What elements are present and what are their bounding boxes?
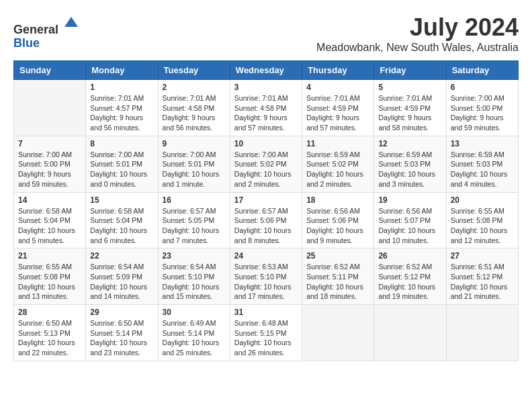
sunrise-text: Sunrise: 7:01 AM: [306, 93, 369, 103]
day-number: 22: [90, 251, 153, 261]
daylight-text: Daylight: 9 hours and 59 minutes.: [451, 113, 514, 132]
sunrise-text: Sunrise: 6:58 AM: [18, 206, 81, 216]
calendar-cell: 18Sunrise: 6:56 AMSunset: 5:06 PMDayligh…: [302, 192, 374, 248]
day-number: 23: [163, 251, 226, 261]
day-info: Sunrise: 7:01 AMSunset: 4:57 PMDaylight:…: [90, 93, 153, 133]
sunrise-text: Sunrise: 7:01 AM: [378, 93, 441, 103]
sunset-text: Sunset: 5:02 PM: [306, 159, 369, 169]
calendar-cell: [446, 305, 518, 361]
day-number: 20: [451, 195, 514, 205]
sunrise-text: Sunrise: 7:00 AM: [90, 150, 153, 160]
day-number: 19: [378, 195, 441, 205]
calendar-cell: 3Sunrise: 7:01 AMSunset: 4:58 PMDaylight…: [230, 80, 302, 136]
calendar-table: SundayMondayTuesdayWednesdayThursdayFrid…: [13, 60, 519, 361]
calendar-cell: 14Sunrise: 6:58 AMSunset: 5:04 PMDayligh…: [14, 192, 86, 248]
daylight-text: Daylight: 10 hours and 0 minutes.: [90, 169, 153, 189]
day-number: 8: [90, 139, 153, 148]
calendar-cell: 10Sunrise: 7:00 AMSunset: 5:02 PMDayligh…: [230, 136, 302, 192]
calendar-cell: [302, 305, 374, 361]
day-number: 11: [306, 139, 369, 148]
day-number: 29: [90, 308, 153, 317]
daylight-text: Daylight: 10 hours and 7 minutes.: [163, 226, 226, 245]
day-number: 28: [18, 308, 81, 317]
daylight-text: Daylight: 10 hours and 2 minutes.: [306, 169, 369, 189]
calendar-cell: 16Sunrise: 6:57 AMSunset: 5:05 PMDayligh…: [158, 192, 230, 248]
sunrise-text: Sunrise: 7:01 AM: [90, 93, 153, 103]
sunset-text: Sunset: 5:12 PM: [378, 272, 441, 282]
sunset-text: Sunset: 4:58 PM: [234, 103, 298, 113]
logo-general: General: [13, 23, 58, 36]
calendar-cell: 19Sunrise: 6:56 AMSunset: 5:07 PMDayligh…: [374, 192, 446, 248]
daylight-text: Daylight: 10 hours and 23 minutes.: [90, 338, 153, 357]
sunset-text: Sunset: 5:15 PM: [234, 328, 298, 338]
calendar-cell: 1Sunrise: 7:01 AMSunset: 4:57 PMDaylight…: [86, 80, 158, 136]
title-section: July 2024 Meadowbank, New South Wales, A…: [316, 13, 519, 54]
daylight-text: Daylight: 10 hours and 19 minutes.: [378, 282, 441, 302]
day-number: 17: [234, 195, 298, 205]
daylight-text: Daylight: 10 hours and 14 minutes.: [90, 282, 153, 302]
day-number: 13: [451, 139, 514, 148]
calendar-header-sunday: Sunday: [14, 61, 86, 80]
logo: General Blue: [13, 13, 81, 50]
sunrise-text: Sunrise: 6:53 AM: [234, 262, 298, 272]
calendar-cell: 5Sunrise: 7:01 AMSunset: 4:59 PMDaylight…: [374, 80, 446, 136]
daylight-text: Daylight: 9 hours and 57 minutes.: [234, 113, 298, 132]
calendar-cell: 9Sunrise: 7:00 AMSunset: 5:01 PMDaylight…: [158, 136, 230, 192]
day-info: Sunrise: 7:01 AMSunset: 4:59 PMDaylight:…: [378, 93, 441, 133]
daylight-text: Daylight: 10 hours and 22 minutes.: [18, 338, 81, 357]
daylight-text: Daylight: 10 hours and 5 minutes.: [18, 226, 81, 245]
day-number: 10: [234, 139, 298, 148]
sunrise-text: Sunrise: 7:01 AM: [163, 93, 226, 103]
day-info: Sunrise: 6:49 AMSunset: 5:14 PMDaylight:…: [163, 318, 226, 358]
sunrise-text: Sunrise: 6:54 AM: [163, 262, 226, 272]
sunrise-text: Sunrise: 6:59 AM: [378, 150, 441, 160]
sunrise-text: Sunrise: 6:56 AM: [378, 206, 441, 216]
calendar-cell: 30Sunrise: 6:49 AMSunset: 5:14 PMDayligh…: [158, 305, 230, 361]
sunrise-text: Sunrise: 6:55 AM: [451, 206, 514, 216]
day-number: 30: [163, 308, 226, 317]
location: Meadowbank, New South Wales, Australia: [316, 42, 519, 54]
calendar-cell: 24Sunrise: 6:53 AMSunset: 5:10 PMDayligh…: [230, 248, 302, 305]
day-number: 2: [163, 83, 226, 92]
day-info: Sunrise: 6:58 AMSunset: 5:04 PMDaylight:…: [90, 206, 153, 246]
sunset-text: Sunset: 5:01 PM: [90, 159, 153, 169]
sunset-text: Sunset: 5:03 PM: [451, 159, 514, 169]
day-info: Sunrise: 7:01 AMSunset: 4:58 PMDaylight:…: [234, 93, 298, 133]
sunrise-text: Sunrise: 7:00 AM: [451, 93, 514, 103]
calendar-header-thursday: Thursday: [302, 61, 374, 80]
sunset-text: Sunset: 5:06 PM: [234, 216, 298, 226]
daylight-text: Daylight: 10 hours and 21 minutes.: [451, 282, 514, 302]
sunrise-text: Sunrise: 6:59 AM: [306, 150, 369, 160]
calendar-cell: 20Sunrise: 6:55 AMSunset: 5:08 PMDayligh…: [446, 192, 518, 248]
svg-marker-0: [64, 17, 78, 27]
calendar-cell: 27Sunrise: 6:51 AMSunset: 5:12 PMDayligh…: [446, 248, 518, 305]
day-number: 3: [234, 83, 298, 92]
sunset-text: Sunset: 4:59 PM: [378, 103, 441, 113]
daylight-text: Daylight: 10 hours and 4 minutes.: [451, 169, 514, 189]
day-number: 5: [378, 83, 441, 92]
sunrise-text: Sunrise: 6:59 AM: [451, 150, 514, 160]
sunset-text: Sunset: 5:04 PM: [90, 216, 153, 226]
sunset-text: Sunset: 4:58 PM: [163, 103, 226, 113]
calendar-cell: 17Sunrise: 6:57 AMSunset: 5:06 PMDayligh…: [230, 192, 302, 248]
day-info: Sunrise: 7:00 AMSunset: 5:00 PMDaylight:…: [18, 150, 81, 189]
sunset-text: Sunset: 5:04 PM: [18, 216, 81, 226]
calendar-cell: 29Sunrise: 6:50 AMSunset: 5:14 PMDayligh…: [86, 305, 158, 361]
daylight-text: Daylight: 9 hours and 58 minutes.: [378, 113, 441, 132]
sunrise-text: Sunrise: 6:51 AM: [451, 262, 514, 272]
sunrise-text: Sunrise: 6:52 AM: [306, 262, 369, 272]
daylight-text: Daylight: 9 hours and 56 minutes.: [90, 113, 153, 132]
daylight-text: Daylight: 10 hours and 13 minutes.: [18, 282, 81, 302]
day-info: Sunrise: 7:00 AMSunset: 5:01 PMDaylight:…: [90, 150, 153, 189]
day-number: 18: [306, 195, 369, 205]
day-info: Sunrise: 6:56 AMSunset: 5:07 PMDaylight:…: [378, 206, 441, 246]
daylight-text: Daylight: 9 hours and 59 minutes.: [18, 169, 81, 189]
sunrise-text: Sunrise: 7:00 AM: [18, 150, 81, 160]
day-number: 7: [18, 139, 81, 148]
day-info: Sunrise: 6:48 AMSunset: 5:15 PMDaylight:…: [234, 318, 298, 358]
calendar-cell: 31Sunrise: 6:48 AMSunset: 5:15 PMDayligh…: [230, 305, 302, 361]
sunrise-text: Sunrise: 6:52 AM: [378, 262, 441, 272]
day-number: 16: [163, 195, 226, 205]
sunset-text: Sunset: 5:01 PM: [163, 159, 226, 169]
sunrise-text: Sunrise: 6:54 AM: [90, 262, 153, 272]
